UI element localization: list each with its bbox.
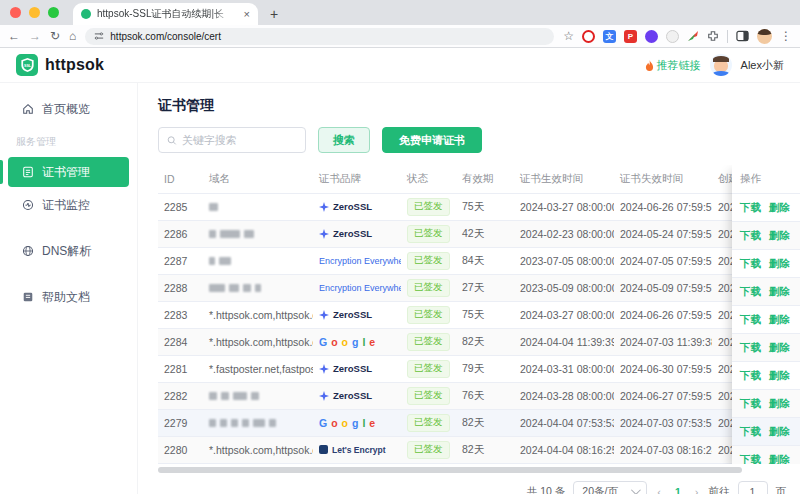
menu-kebab-icon[interactable]: ⋮ — [780, 29, 792, 43]
delete-link[interactable]: 删除 — [769, 425, 790, 439]
download-link[interactable]: 下载 — [740, 229, 761, 243]
user-avatar[interactable] — [710, 54, 732, 76]
download-link[interactable]: 下载 — [740, 313, 761, 327]
delete-link[interactable]: 删除 — [769, 201, 790, 215]
download-link[interactable]: 下载 — [740, 397, 761, 411]
redacted-domain — [209, 284, 307, 292]
table-row[interactable]: 2281*.fastposter.net,fastposte...ZeroSSL… — [158, 355, 800, 382]
ops-cell: 下载删除 — [732, 250, 800, 278]
cell-id: 2280 — [158, 436, 203, 463]
search-button[interactable]: 搜索 — [318, 127, 370, 153]
delete-link[interactable]: 删除 — [769, 397, 790, 411]
search-input[interactable] — [182, 134, 297, 146]
table-row[interactable]: 2286ZeroSSL已签发42天2024-02-23 08:00:002024… — [158, 220, 800, 247]
table-row[interactable]: 2282ZeroSSL已签发76天2024-03-28 08:00:002024… — [158, 382, 800, 409]
side-panel-icon[interactable] — [736, 30, 749, 42]
search-input-wrap[interactable] — [158, 127, 306, 153]
window-minimize-button[interactable] — [29, 7, 40, 18]
col-ops: 操作 — [732, 165, 800, 194]
scrollbar-thumb[interactable] — [158, 467, 742, 473]
table-row[interactable]: 2279Google已签发82天2024-04-04 07:53:532024-… — [158, 409, 800, 436]
cell-validity: 84天 — [456, 247, 514, 274]
browser-profile-avatar[interactable] — [757, 29, 772, 44]
delete-link[interactable]: 删除 — [769, 341, 790, 355]
new-tab-button[interactable]: + — [270, 3, 278, 25]
goto-page-input[interactable] — [738, 481, 768, 494]
sidebar-item-home[interactable]: 首页概览 — [8, 95, 129, 123]
dart-extension-icon[interactable] — [687, 30, 699, 42]
cell-domain — [203, 382, 313, 409]
table-row[interactable]: 2285ZeroSSL已签发75天2024-03-27 08:00:002024… — [158, 193, 800, 220]
horizontal-scrollbar[interactable] — [158, 467, 800, 473]
purple-extension-icon[interactable] — [645, 30, 658, 43]
referral-link[interactable]: 推荐链接 — [645, 58, 701, 73]
cell-status: 已签发 — [401, 382, 456, 409]
download-link[interactable]: 下载 — [740, 341, 761, 355]
table-row[interactable]: 2280*.httpsok.com,httpsok.comLet's Encry… — [158, 436, 800, 463]
prev-page-button[interactable]: ‹ — [655, 486, 663, 494]
globe-extension-icon[interactable] — [666, 30, 679, 43]
sidebar-item-cert-management[interactable]: 证书管理 — [8, 157, 129, 187]
current-page[interactable]: 1 — [671, 486, 685, 494]
download-link[interactable]: 下载 — [740, 257, 761, 271]
letsencrypt-icon — [319, 445, 328, 454]
table-row[interactable]: 2288Encryption Everywhere™已签发27天2023-05-… — [158, 274, 800, 301]
ops-cell: 下载删除 — [732, 418, 800, 446]
zerossl-logo: ZeroSSL — [319, 309, 395, 320]
forward-icon[interactable]: → — [29, 30, 41, 42]
status-badge: 已签发 — [407, 414, 450, 432]
zerossl-star-icon — [319, 364, 329, 374]
delete-link[interactable]: 删除 — [769, 257, 790, 271]
delete-link[interactable]: 删除 — [769, 229, 790, 243]
address-bar[interactable]: httpsok.com/console/cert — [85, 28, 554, 45]
apply-cert-button[interactable]: 免费申请证书 — [382, 127, 482, 153]
window-zoom-button[interactable] — [48, 7, 59, 18]
table-row[interactable]: 2284*.httpsok.com,httpsok.comGoogle已签发82… — [158, 328, 800, 355]
tab-close-icon[interactable]: × — [244, 8, 250, 20]
cell-end-time: 2024-07-05 07:59:59 — [614, 247, 712, 274]
sidebar-item-cert-monitor[interactable]: 证书监控 — [8, 191, 129, 219]
next-page-button[interactable]: › — [693, 486, 701, 494]
username[interactable]: Alex小新 — [741, 58, 784, 73]
app-logo[interactable]: SSL httpsok — [16, 54, 104, 76]
translate-extension-icon[interactable]: 文 — [603, 30, 616, 43]
window-close-button[interactable] — [10, 7, 21, 18]
encryption-everywhere-logo: Encryption Everywhere™ — [319, 283, 395, 293]
cell-end-time: 2024-07-03 08:16:24 — [614, 436, 712, 463]
table-row[interactable]: 2283*.httpsok.com,httpsok.comZeroSSL已签发7… — [158, 301, 800, 328]
delete-link[interactable]: 删除 — [769, 369, 790, 383]
delete-link[interactable]: 删除 — [769, 285, 790, 299]
google-logo: Google — [319, 336, 395, 348]
ops-cell: 下载删除 — [732, 306, 800, 334]
red-circle-extension-icon[interactable] — [582, 30, 595, 43]
cell-id: 2284 — [158, 328, 203, 355]
shield-ssl-icon: SSL — [16, 54, 38, 76]
back-icon[interactable]: ← — [8, 30, 20, 42]
delete-link[interactable]: 删除 — [769, 313, 790, 327]
dns-globe-icon — [22, 245, 34, 257]
status-badge: 已签发 — [407, 441, 450, 459]
zerossl-star-icon — [319, 229, 329, 239]
table-row[interactable]: 2287Encryption Everywhere™已签发84天2023-07-… — [158, 247, 800, 274]
download-link[interactable]: 下载 — [740, 285, 761, 299]
zerossl-logo: ZeroSSL — [319, 228, 395, 239]
browser-tab[interactable]: httpsok-SSL证书自动续期|长 × — [73, 3, 258, 25]
home-icon[interactable]: ⌂ — [69, 30, 76, 42]
site-settings-icon[interactable] — [94, 31, 104, 41]
pdf-extension-icon[interactable]: P — [624, 30, 637, 43]
sidebar-item-help-docs[interactable]: 帮助文档 — [8, 283, 129, 311]
cell-domain: *.httpsok.com,httpsok.com — [203, 436, 313, 463]
bookmark-star-icon[interactable]: ☆ — [563, 29, 574, 43]
ops-cell: 下载删除 — [732, 334, 800, 362]
page-size-select[interactable]: 20条/页 — [573, 481, 647, 494]
reload-icon[interactable]: ↻ — [50, 30, 60, 42]
download-link[interactable]: 下载 — [740, 425, 761, 439]
sidebar-item-dns[interactable]: DNS解析 — [8, 237, 129, 265]
extensions-puzzle-icon[interactable] — [707, 30, 719, 42]
cell-validity: 75天 — [456, 301, 514, 328]
download-link[interactable]: 下载 — [740, 201, 761, 215]
delete-link[interactable]: 删除 — [769, 453, 790, 464]
cell-status: 已签发 — [401, 301, 456, 328]
download-link[interactable]: 下载 — [740, 453, 761, 464]
download-link[interactable]: 下载 — [740, 369, 761, 383]
